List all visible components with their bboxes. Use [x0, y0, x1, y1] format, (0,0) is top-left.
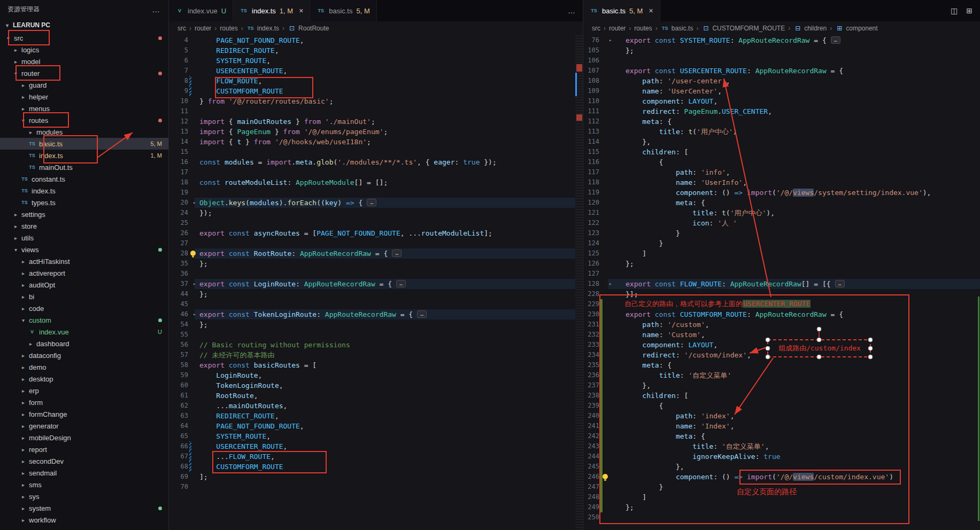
code-line-15[interactable]: 15 — [169, 147, 575, 157]
tree-item-custom[interactable]: ▾custom — [0, 314, 168, 326]
tree-item-acthitaskinst[interactable]: ▸actHiTaskinst — [0, 255, 168, 267]
tree-item-modules[interactable]: ▸modules — [0, 126, 168, 138]
breadcrumb-item-router[interactable]: router — [609, 25, 626, 32]
breadcrumb-item-routes[interactable]: routes — [220, 25, 237, 32]
tree-item-guard[interactable]: ▸guard — [0, 79, 168, 91]
close-icon[interactable]: × — [299, 6, 303, 15]
code-line-228[interactable]: 228}]; — [583, 289, 980, 299]
code-line-54[interactable]: 54}; — [169, 319, 575, 330]
code-line-232[interactable]: 232 name: 'Custom', — [583, 330, 980, 340]
breadcrumb-item-routes[interactable]: routes — [634, 25, 652, 32]
code-line-231[interactable]: 231 path: '/custom', — [583, 319, 980, 330]
code-line-122[interactable]: 122 icon: '人 ' — [583, 218, 980, 228]
tree-item-dataconfig[interactable]: ▸dataconfig — [0, 349, 168, 361]
tree-item-sms[interactable]: ▸sms — [0, 479, 168, 490]
code-line-117[interactable]: 117 path: 'info', — [583, 167, 980, 177]
code-line-76[interactable]: 76▸export const SYSTEM_ROUTE: AppRouteRe… — [583, 35, 980, 45]
breadcrumb-item-router[interactable]: router — [195, 25, 211, 32]
code-line-26[interactable]: 26export const asyncRoutes = [PAGE_NOT_F… — [169, 228, 575, 238]
tree-item-sendmail[interactable]: ▸sendmail — [0, 467, 168, 479]
breadcrumb-item-src[interactable]: src — [592, 25, 600, 32]
code-line-9[interactable]: 9 CUSTOMFORM_ROUTE — [169, 86, 575, 96]
folded-code-icon[interactable]: … — [396, 280, 406, 287]
code-line-18[interactable]: 18const routeModuleList: AppRouteModule[… — [169, 177, 575, 188]
code-line-128[interactable]: 128▸export const FLOW_ROUTE: AppRouteRec… — [583, 279, 980, 289]
code-line-242[interactable]: 242 meta: { — [583, 431, 980, 441]
fold-chevron-icon[interactable]: ▸ — [193, 279, 196, 289]
code-line-248[interactable]: 248 ] — [583, 492, 980, 502]
breadcrumb-item-children[interactable]: ⊟children — [793, 25, 827, 32]
tree-item-utils[interactable]: ▸utils — [0, 232, 168, 244]
editor-layout-icon[interactable]: ⊞ — [966, 6, 973, 15]
tree-item-helper[interactable]: ▸helper — [0, 91, 168, 103]
close-icon[interactable]: × — [649, 6, 653, 15]
tree-item-mainout-ts[interactable]: TSmainOut.ts — [0, 161, 168, 173]
folded-code-icon[interactable]: … — [392, 250, 402, 257]
minimap[interactable] — [575, 35, 583, 530]
code-line-37[interactable]: 37▸export const LoginRoute: AppRouteReco… — [169, 279, 575, 289]
code-line-46[interactable]: 46▸export const TokenLoginRoute: AppRout… — [169, 309, 575, 319]
code-line-68[interactable]: 68 CUSTOMFORM_ROUTE — [169, 462, 575, 472]
fold-chevron-icon[interactable]: ▸ — [193, 309, 196, 319]
code-line-109[interactable]: 109 name: 'UserCenter', — [583, 86, 980, 96]
code-line-7[interactable]: 7 USERCENTER_ROUTE, — [169, 66, 575, 76]
tree-item-demo[interactable]: ▸demo — [0, 361, 168, 373]
tab-index-ts[interactable]: TSindex.ts1, M× — [233, 0, 310, 21]
code-line-230[interactable]: 230export const CUSTOMFORM_ROUTE: AppRou… — [583, 309, 980, 319]
tree-item-bi[interactable]: ▸bi — [0, 291, 168, 302]
code-line-249[interactable]: 249}; — [583, 502, 980, 512]
breadcrumb-item-src[interactable]: src — [178, 25, 186, 32]
tree-item-constant-ts[interactable]: TSconstant.ts — [0, 173, 168, 185]
code-line-115[interactable]: 115 children: [ — [583, 147, 980, 157]
code-line-113[interactable]: 113 title: t('用户中心') — [583, 127, 980, 137]
tree-item-settings[interactable]: ▸settings — [0, 208, 168, 220]
tree-item-formchange[interactable]: ▸formChange — [0, 408, 168, 420]
code-line-58[interactable]: 58export const basicRoutes = [ — [169, 360, 575, 370]
split-editor-icon[interactable]: ◫ — [951, 6, 958, 15]
code-line-123[interactable]: 123 } — [583, 228, 980, 238]
code-line-65[interactable]: 65 SYSTEM_ROUTE, — [169, 431, 575, 441]
breadcrumb-item-basic-ts[interactable]: TSbasic.ts — [661, 25, 693, 32]
tree-item-menus[interactable]: ▸menus — [0, 103, 168, 114]
code-line-229[interactable]: 229 — [583, 299, 980, 309]
code-line-67[interactable]: 67 ...FLOW_ROUTE, — [169, 451, 575, 462]
code-line-236[interactable]: 236 title: '自定义菜单' — [583, 370, 980, 380]
code-line-69[interactable]: 69]; — [169, 472, 575, 482]
tree-item-dashboard[interactable]: ▸dashboard — [0, 338, 168, 349]
code-line-12[interactable]: 12import { mainOutRoutes } from './mainO… — [169, 116, 575, 127]
code-editor[interactable]: 76▸export const SYSTEM_ROUTE: AppRouteRe… — [583, 35, 980, 530]
code-line-245[interactable]: 245 }, — [583, 462, 980, 472]
code-line-62[interactable]: 62 ...mainOutRoutes, — [169, 401, 575, 411]
tab-index-vue[interactable]: Vindex.vueU — [169, 0, 233, 21]
tree-item-workflow[interactable]: ▸workflow — [0, 514, 168, 526]
tree-item-code[interactable]: ▸code — [0, 302, 168, 314]
code-line-19[interactable]: 19 — [169, 188, 575, 198]
tree-item-store[interactable]: ▸store — [0, 220, 168, 232]
lightbulb-icon[interactable] — [603, 474, 608, 479]
tree-item-report[interactable]: ▸report — [0, 443, 168, 455]
code-line-124[interactable]: 124 } — [583, 238, 980, 248]
code-line-127[interactable]: 127 — [583, 269, 980, 279]
code-line-233[interactable]: 233 component: LAYOUT, — [583, 340, 980, 350]
code-line-4[interactable]: 4 PAGE_NOT_FOUND_ROUTE, — [169, 35, 575, 45]
folded-code-icon[interactable]: … — [417, 310, 427, 318]
tree-item-types-ts[interactable]: TStypes.ts — [0, 197, 168, 208]
workspace-header[interactable]: ▾ LEARUN PC — [0, 18, 168, 32]
tree-item-activereport[interactable]: ▸activereport — [0, 267, 168, 279]
code-line-239[interactable]: 239 { — [583, 401, 980, 411]
code-line-20[interactable]: 20▸Object.keys(modules).forEach((key) =>… — [169, 198, 575, 208]
tree-item-index-vue[interactable]: Vindex.vueU — [0, 326, 168, 338]
code-line-120[interactable]: 120 meta: { — [583, 198, 980, 208]
code-line-235[interactable]: 235 meta: { — [583, 360, 980, 370]
tree-item-views[interactable]: ▾views — [0, 244, 168, 255]
code-line-63[interactable]: 63 REDIRECT_ROUTE, — [169, 411, 575, 421]
code-line-237[interactable]: 237 }, — [583, 380, 980, 391]
folded-code-icon[interactable]: … — [835, 280, 845, 287]
code-line-27[interactable]: 27 — [169, 238, 575, 248]
code-line-118[interactable]: 118 name: 'UserInfo', — [583, 177, 980, 188]
code-line-125[interactable]: 125 ] — [583, 248, 980, 259]
code-line-234[interactable]: 234 redirect: '/custom/index', — [583, 350, 980, 360]
code-line-108[interactable]: 108 path: '/user-center', — [583, 76, 980, 86]
tree-item-mobiledesign[interactable]: ▸mobileDesign — [0, 432, 168, 443]
code-line-11[interactable]: 11 — [169, 106, 575, 116]
